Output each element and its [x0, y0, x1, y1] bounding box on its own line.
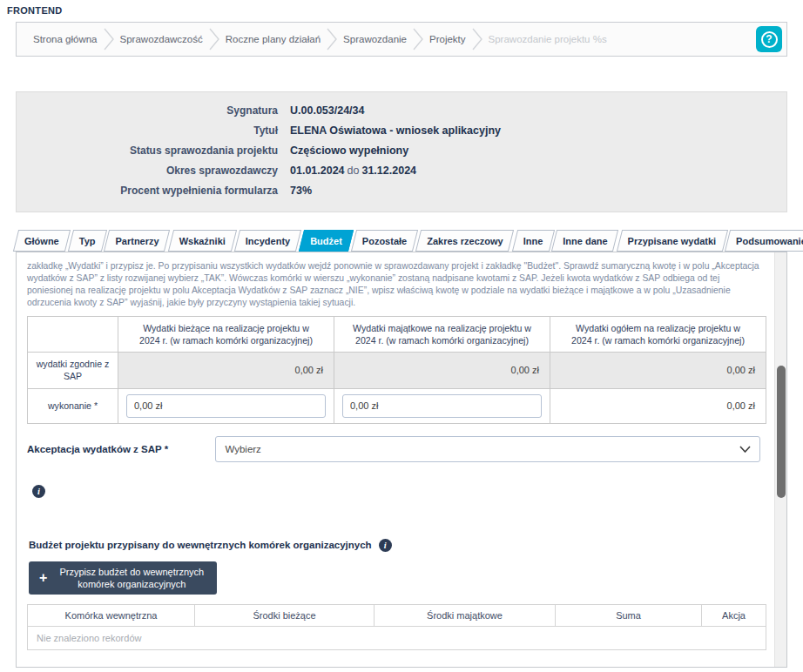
- tab-label: Główne: [24, 236, 59, 246]
- info-row-title: Tytuł ELENA Oświatowa - wniosek aplikacy…: [17, 121, 786, 141]
- tab-label: Inne dane: [563, 236, 607, 246]
- info-row-status: Status sprawozdania projektu Częściowo w…: [17, 141, 786, 161]
- col-header-current-expenses: Wydatki bieżące na realizację projektu w…: [118, 316, 334, 353]
- tab-label: Podsumowanie: [736, 236, 803, 246]
- sap-current-value: 0,00 zł: [118, 353, 334, 389]
- tab-typ[interactable]: Typ: [71, 230, 105, 252]
- period-start: 01.01.2024: [290, 165, 345, 177]
- org-table-header-row: Komórka wewnętrzna Środki bieżące Środki…: [28, 605, 766, 627]
- info-row-signature: Sygnatura U.00.053/24/34: [17, 101, 786, 121]
- tab-zakres-rzeczowy[interactable]: Zakres rzeczowy: [418, 230, 511, 252]
- breadcrumb-item-reporting[interactable]: Sprawozdawczość: [120, 34, 203, 44]
- signature-label: Sygnatura: [17, 101, 278, 121]
- sap-total-value: 0,00 zł: [550, 353, 766, 389]
- chevron-right-icon: [472, 27, 482, 51]
- tab-content-budget: zakładkę „Wydatki” i przypisz je. Po prz…: [16, 252, 787, 668]
- expense-table-corner: [28, 316, 118, 353]
- tab-label: Wskaźniki: [179, 236, 226, 246]
- tab-partnerzy[interactable]: Partnerzy: [106, 230, 167, 252]
- tab-budzet-active[interactable]: Budżet: [301, 230, 351, 252]
- assign-budget-button[interactable]: + Przypisz budżet do wewnętrznych komóre…: [29, 561, 217, 595]
- table-row-empty: Nie znaleziono rekordów: [28, 627, 766, 650]
- tab-label: Zakres rzeczowy: [427, 236, 503, 246]
- tab-label: Budżet: [310, 236, 342, 246]
- execution-current-input[interactable]: [126, 394, 326, 418]
- period-separator: do: [345, 165, 362, 177]
- vertical-scrollbar[interactable]: [774, 252, 786, 667]
- col-header-capital-expenses: Wydatki majątkowe na realizację projektu…: [334, 316, 550, 353]
- tab-inne[interactable]: Inne: [515, 230, 552, 252]
- execution-capital-input[interactable]: [342, 394, 542, 418]
- chevron-down-icon: [739, 446, 751, 453]
- tab-przypisane-wydatki[interactable]: Przypisane wydatki: [619, 230, 725, 252]
- breadcrumb-item-annual-plans[interactable]: Roczne plany działań: [226, 34, 321, 44]
- col-header-current-funds: Środki bieżące: [195, 605, 375, 627]
- tab-label: Incydenty: [246, 236, 290, 246]
- breadcrumb-item-current: Sprawozdanie projektu %s: [489, 34, 607, 44]
- status-value: Częściowo wypełniony: [290, 141, 408, 161]
- breadcrumb-item-home[interactable]: Strona główna: [33, 34, 98, 44]
- budget-instructions: zakładkę „Wydatki” i przypisz je. Po prz…: [27, 260, 766, 310]
- tab-glowne[interactable]: Główne: [16, 230, 68, 252]
- tab-inne-dane[interactable]: Inne dane: [554, 230, 616, 252]
- assign-budget-button-label: Przypisz budżet do wewnętrznych komórek …: [57, 566, 206, 591]
- tab-label: Partnerzy: [115, 236, 159, 246]
- period-label: Okres sprawozdawczy: [17, 161, 278, 181]
- select-selected-value: Wybierz: [225, 444, 260, 454]
- sap-acceptance-select[interactable]: Wybierz: [215, 436, 760, 462]
- sap-acceptance-label: Akceptacja wydatków z SAP *: [27, 444, 215, 454]
- percent-label: Procent wypełnienia formularza: [17, 181, 278, 201]
- execution-total-value: 0,00 zł: [550, 388, 766, 423]
- tab-wskazniki[interactable]: Wskaźniki: [171, 230, 234, 252]
- col-header-internal-unit: Komórka wewnętrzna: [28, 605, 195, 627]
- expense-table-header-row: Wydatki bieżące na realizację projektu w…: [28, 316, 766, 353]
- tab-bar: Główne Typ Partnerzy Wskaźniki Incydenty…: [16, 230, 787, 252]
- tab-label: Pozostałe: [362, 236, 407, 246]
- org-units-table: Komórka wewnętrzna Środki bieżące Środki…: [27, 604, 766, 650]
- tab-pozostale[interactable]: Pozostałe: [354, 230, 415, 252]
- tab-label: Przypisane wydatki: [628, 236, 717, 246]
- tab-label: Inne: [523, 236, 543, 246]
- info-row-period: Okres sprawozdawczy 01.01.2024do31.12.20…: [17, 161, 786, 181]
- percent-value: 73%: [290, 181, 312, 201]
- sap-capital-value: 0,00 zł: [334, 353, 550, 389]
- sap-row-label: wydatki zgodnie z SAP: [28, 353, 118, 389]
- col-header-total-expenses: Wydatki ogółem na realizację projektu w …: [550, 316, 766, 353]
- chevron-right-icon: [327, 27, 337, 51]
- expense-table: Wydatki bieżące na realizację projektu w…: [27, 316, 766, 424]
- period-end: 31.12.2024: [361, 165, 416, 177]
- info-icon[interactable]: i: [379, 539, 392, 552]
- org-budget-section-header: Budżet projektu przypisany do wewnętrzny…: [29, 539, 760, 552]
- col-header-capital-funds: Środki majątkowe: [375, 605, 556, 627]
- sap-acceptance-row: Akceptacja wydatków z SAP * Wybierz: [27, 436, 760, 462]
- col-header-sum: Suma: [556, 605, 702, 627]
- info-row-percent: Procent wypełnienia formularza 73%: [17, 181, 786, 201]
- question-mark-icon: ?: [761, 31, 778, 48]
- help-button[interactable]: ?: [756, 26, 782, 52]
- plus-icon: +: [39, 571, 47, 585]
- no-records-text: Nie znaleziono rekordów: [28, 627, 766, 650]
- signature-value: U.00.053/24/34: [290, 101, 365, 121]
- project-info-panel: Sygnatura U.00.053/24/34 Tytuł ELENA Ośw…: [16, 91, 787, 212]
- breadcrumb-item-projects[interactable]: Projekty: [429, 34, 466, 44]
- tab-incydenty[interactable]: Incydenty: [237, 230, 299, 252]
- scrollbar-thumb[interactable]: [777, 366, 786, 498]
- page: FRONTEND Strona główna Sprawozdawczość R…: [0, 5, 803, 668]
- table-row-execution: wykonanie * 0,00 zł: [28, 388, 766, 423]
- table-row-sap: wydatki zgodnie z SAP 0,00 zł 0,00 zł 0,…: [28, 353, 766, 389]
- title-value: ELENA Oświatowa - wniosek aplikacyjny: [290, 121, 501, 141]
- col-header-action: Akcja: [702, 605, 766, 627]
- app-label: FRONTEND: [7, 5, 803, 16]
- execution-row-label: wykonanie *: [28, 388, 118, 423]
- chevron-right-icon: [209, 27, 219, 51]
- tab-podsumowanie[interactable]: Podsumowanie: [727, 230, 803, 252]
- chevron-right-icon: [104, 27, 114, 51]
- title-label: Tytuł: [17, 121, 278, 141]
- chevron-right-icon: [413, 27, 423, 51]
- breadcrumb: Strona główna Sprawozdawczość Roczne pla…: [16, 22, 787, 57]
- breadcrumb-item-report[interactable]: Sprawozdanie: [343, 34, 407, 44]
- org-budget-heading: Budżet projektu przypisany do wewnętrzny…: [29, 540, 372, 550]
- tab-label: Typ: [79, 236, 96, 246]
- info-icon[interactable]: i: [32, 485, 45, 498]
- status-label: Status sprawozdania projektu: [17, 141, 278, 161]
